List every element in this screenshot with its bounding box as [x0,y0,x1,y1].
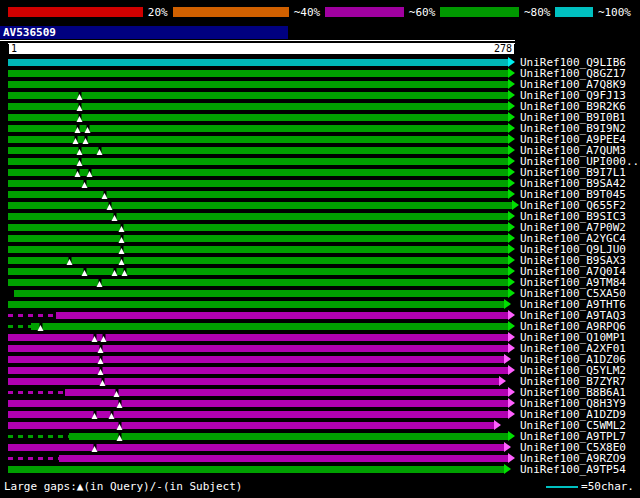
query-gap-marker-icon [92,333,99,342]
strand-arrow-icon [508,244,515,254]
alignment-track [8,343,515,354]
alignment-bar[interactable] [8,301,504,308]
alignment-bar[interactable] [8,59,508,66]
query-gap-marker-icon [76,102,83,111]
gaps-legend: Large gaps:▲(in Query)/-(in Subject) [4,480,242,493]
hit-accession-link[interactable]: UniRef100_A9TP54 [520,464,626,475]
alignment-track [8,167,515,178]
subject-gap-dashes [8,325,31,328]
query-gap-marker-icon [100,333,107,342]
scale-label-60: ~60% [404,7,441,18]
alignment-track [8,200,515,211]
alignment-bar[interactable] [8,202,512,209]
alignment-bar[interactable] [8,279,508,286]
alignment-track [8,310,515,321]
alignment-bar[interactable] [65,389,508,396]
strand-arrow-icon [508,134,515,144]
alignment-track [8,376,515,387]
strand-arrow-icon [508,398,515,408]
scale-segment-40 [173,7,289,17]
alignment-bar[interactable] [14,290,508,297]
strand-arrow-icon [499,376,506,386]
scale-segment-60 [325,7,404,17]
scale-length-line-icon [546,486,578,488]
alignment-bar[interactable] [31,323,508,330]
scale-label-20: 20% [143,7,173,18]
alignment-bar[interactable] [8,125,508,132]
query-header: AV536509 [0,26,515,41]
alignment-bar[interactable] [8,378,499,385]
query-gap-marker-icon [117,432,124,441]
strand-arrow-icon [508,123,515,133]
alignment-track [8,266,515,277]
query-gap-marker-icon [96,278,103,287]
strand-arrow-icon [504,354,511,364]
alignment-bar[interactable] [8,169,508,176]
strand-arrow-icon [512,200,519,210]
alignment-bar[interactable] [8,191,508,198]
alignment-bar[interactable] [8,213,508,220]
strand-arrow-icon [508,453,515,463]
alignment-track [8,365,515,376]
strand-arrow-icon [508,167,515,177]
alignment-track [8,354,515,365]
alignment-bar[interactable] [56,312,508,319]
alignment-track [8,409,515,420]
query-gap-marker-icon [92,443,99,452]
query-gap-marker-icon [97,355,104,364]
hit-list: UniRef100_Q9LIB6UniRef100_Q8GZ17UniRef10… [0,57,640,475]
alignment-bar[interactable] [8,356,504,363]
query-gap-marker-icon [117,399,124,408]
alignment-bar[interactable] [8,81,508,88]
alignment-track [8,464,515,475]
subject-gap-dashes [8,435,69,438]
alignment-bar[interactable] [69,433,508,440]
scale-label-40: ~40% [289,7,326,18]
alignment-bar[interactable] [8,257,508,264]
alignment-track [8,442,515,453]
alignment-bar[interactable] [8,334,508,341]
query-gap-marker-icon [122,267,129,276]
alignment-track [8,321,515,332]
strand-arrow-icon [508,189,515,199]
alignment-bar[interactable] [8,367,508,374]
subject-gap-dashes [8,314,56,317]
alignment-track [8,211,515,222]
ruler-end: 278 [494,44,515,54]
alignment-bar[interactable] [8,345,508,352]
query-gap-marker-icon [119,223,126,232]
query-gap-marker-icon [72,135,79,144]
strand-arrow-icon [508,288,515,298]
alignment-bar[interactable] [8,224,508,231]
alignment-track [8,123,515,134]
strand-arrow-icon [504,464,511,474]
strand-arrow-icon [508,321,515,331]
subject-gap-dashes [8,391,65,394]
alignment-track [8,431,515,442]
query-gap-marker-icon [119,234,126,243]
alignment-bar[interactable] [8,411,508,418]
query-gap-marker-icon [85,124,92,133]
alignment-bar[interactable] [8,70,508,77]
query-gap-marker-icon [111,267,118,276]
alignment-track [8,255,515,266]
alignment-bar[interactable] [8,422,494,429]
strand-arrow-icon [508,266,515,276]
query-gap-marker-icon [87,168,94,177]
query-gap-marker-icon [76,91,83,100]
alignment-bar[interactable] [8,444,504,451]
alignment-bar[interactable] [8,466,504,473]
query-ruler: 1 278 [8,43,515,54]
query-gap-marker-icon [37,322,44,331]
query-gap-marker-icon [119,256,126,265]
query-gap-marker-icon [76,146,83,155]
alignment-bar[interactable] [8,246,508,253]
query-gap-marker-icon [119,245,126,254]
alignment-bar[interactable] [8,235,508,242]
alignment-bar[interactable] [59,455,508,462]
strand-arrow-icon [508,68,515,78]
alignment-track [8,90,515,101]
scale-segment-20 [8,7,143,17]
alignment-bar[interactable] [8,400,508,407]
scale-label-80: ~80% [519,7,556,18]
